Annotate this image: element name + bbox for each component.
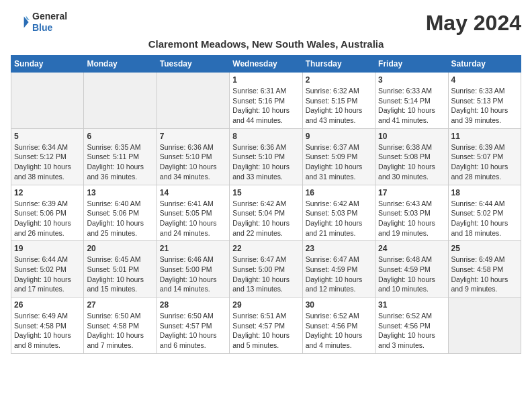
- calendar-cell: 1Sunrise: 6:31 AM Sunset: 5:16 PM Daylig…: [230, 73, 302, 129]
- logo-icon: [11, 13, 30, 32]
- calendar-table: SundayMondayTuesdayWednesdayThursdayFrid…: [11, 55, 521, 354]
- cell-day-info: Sunrise: 6:35 AM Sunset: 5:11 PM Dayligh…: [87, 142, 153, 182]
- calendar-cell: 10Sunrise: 6:38 AM Sunset: 5:08 PM Dayli…: [375, 128, 448, 185]
- calendar-cell: 3Sunrise: 6:33 AM Sunset: 5:14 PM Daylig…: [375, 73, 448, 129]
- cell-date-number: 5: [14, 132, 81, 141]
- cell-day-info: Sunrise: 6:32 AM Sunset: 5:15 PM Dayligh…: [306, 86, 372, 126]
- calendar-cell: 2Sunrise: 6:32 AM Sunset: 5:15 PM Daylig…: [302, 73, 375, 129]
- cell-day-info: Sunrise: 6:33 AM Sunset: 5:14 PM Dayligh…: [378, 86, 445, 126]
- cell-day-info: Sunrise: 6:40 AM Sunset: 5:06 PM Dayligh…: [87, 199, 153, 238]
- calendar-cell: 6Sunrise: 6:35 AM Sunset: 5:11 PM Daylig…: [84, 128, 157, 185]
- cell-day-info: Sunrise: 6:44 AM Sunset: 5:02 PM Dayligh…: [451, 199, 518, 238]
- cell-date-number: 9: [306, 132, 372, 141]
- weekday-header-friday: Friday: [375, 56, 448, 73]
- cell-day-info: Sunrise: 6:52 AM Sunset: 4:56 PM Dayligh…: [378, 311, 445, 351]
- calendar-cell: 22Sunrise: 6:47 AM Sunset: 5:00 PM Dayli…: [230, 241, 302, 298]
- cell-date-number: 31: [378, 300, 445, 310]
- cell-day-info: Sunrise: 6:39 AM Sunset: 5:07 PM Dayligh…: [451, 142, 518, 182]
- week-row-5: 26Sunrise: 6:49 AM Sunset: 4:58 PM Dayli…: [11, 298, 521, 354]
- cell-day-info: Sunrise: 6:50 AM Sunset: 4:58 PM Dayligh…: [87, 311, 153, 351]
- calendar-cell: 18Sunrise: 6:44 AM Sunset: 5:02 PM Dayli…: [448, 185, 521, 241]
- calendar-cell: [448, 298, 521, 354]
- header: General Blue May 2024: [11, 11, 521, 36]
- cell-date-number: 12: [14, 188, 81, 197]
- cell-day-info: Sunrise: 6:41 AM Sunset: 5:05 PM Dayligh…: [160, 199, 226, 238]
- week-row-3: 12Sunrise: 6:39 AM Sunset: 5:06 PM Dayli…: [11, 185, 521, 241]
- calendar-cell: [11, 73, 84, 129]
- cell-day-info: Sunrise: 6:33 AM Sunset: 5:13 PM Dayligh…: [451, 86, 518, 126]
- calendar-cell: 19Sunrise: 6:44 AM Sunset: 5:02 PM Dayli…: [11, 241, 84, 298]
- week-row-1: 1Sunrise: 6:31 AM Sunset: 5:16 PM Daylig…: [11, 73, 521, 129]
- cell-date-number: 2: [306, 75, 372, 85]
- calendar-cell: 11Sunrise: 6:39 AM Sunset: 5:07 PM Dayli…: [448, 128, 521, 185]
- cell-date-number: 29: [232, 300, 299, 310]
- cell-day-info: Sunrise: 6:51 AM Sunset: 4:57 PM Dayligh…: [232, 311, 299, 351]
- svg-marker-0: [24, 16, 29, 28]
- cell-date-number: 4: [451, 75, 518, 85]
- calendar-cell: 31Sunrise: 6:52 AM Sunset: 4:56 PM Dayli…: [375, 298, 448, 354]
- cell-day-info: Sunrise: 6:52 AM Sunset: 4:56 PM Dayligh…: [306, 311, 372, 351]
- calendar-cell: [84, 73, 157, 129]
- calendar-cell: 27Sunrise: 6:50 AM Sunset: 4:58 PM Dayli…: [84, 298, 157, 354]
- cell-date-number: 1: [232, 75, 299, 85]
- cell-day-info: Sunrise: 6:48 AM Sunset: 4:59 PM Dayligh…: [378, 255, 445, 294]
- cell-day-info: Sunrise: 6:36 AM Sunset: 5:10 PM Dayligh…: [160, 142, 226, 182]
- cell-day-info: Sunrise: 6:50 AM Sunset: 4:57 PM Dayligh…: [160, 311, 226, 351]
- calendar-cell: 24Sunrise: 6:48 AM Sunset: 4:59 PM Dayli…: [375, 241, 448, 298]
- calendar-cell: 5Sunrise: 6:34 AM Sunset: 5:12 PM Daylig…: [11, 128, 84, 185]
- week-row-2: 5Sunrise: 6:34 AM Sunset: 5:12 PM Daylig…: [11, 128, 521, 185]
- cell-date-number: 6: [87, 132, 153, 141]
- cell-date-number: 7: [160, 132, 226, 141]
- cell-day-info: Sunrise: 6:43 AM Sunset: 5:03 PM Dayligh…: [378, 199, 445, 238]
- cell-day-info: Sunrise: 6:36 AM Sunset: 5:10 PM Dayligh…: [232, 142, 299, 182]
- cell-day-info: Sunrise: 6:47 AM Sunset: 4:59 PM Dayligh…: [306, 255, 372, 294]
- calendar-cell: 25Sunrise: 6:49 AM Sunset: 4:58 PM Dayli…: [448, 241, 521, 298]
- calendar-cell: 30Sunrise: 6:52 AM Sunset: 4:56 PM Dayli…: [302, 298, 375, 354]
- weekday-header-tuesday: Tuesday: [157, 56, 229, 73]
- calendar-cell: 28Sunrise: 6:50 AM Sunset: 4:57 PM Dayli…: [157, 298, 229, 354]
- calendar-header-row: SundayMondayTuesdayWednesdayThursdayFrid…: [11, 56, 521, 73]
- cell-date-number: 20: [87, 244, 153, 253]
- cell-date-number: 28: [160, 300, 226, 310]
- cell-date-number: 18: [451, 188, 518, 197]
- cell-day-info: Sunrise: 6:44 AM Sunset: 5:02 PM Dayligh…: [14, 255, 81, 294]
- cell-day-info: Sunrise: 6:38 AM Sunset: 5:08 PM Dayligh…: [378, 142, 445, 182]
- subtitle: Claremont Meadows, New South Wales, Aust…: [11, 38, 521, 50]
- calendar-cell: 9Sunrise: 6:37 AM Sunset: 5:09 PM Daylig…: [302, 128, 375, 185]
- cell-date-number: 17: [378, 188, 445, 197]
- calendar-cell: 12Sunrise: 6:39 AM Sunset: 5:06 PM Dayli…: [11, 185, 84, 241]
- cell-date-number: 27: [87, 300, 153, 310]
- cell-date-number: 10: [378, 132, 445, 141]
- calendar-cell: 26Sunrise: 6:49 AM Sunset: 4:58 PM Dayli…: [11, 298, 84, 354]
- cell-date-number: 24: [378, 244, 445, 253]
- cell-day-info: Sunrise: 6:31 AM Sunset: 5:16 PM Dayligh…: [232, 86, 299, 126]
- week-row-4: 19Sunrise: 6:44 AM Sunset: 5:02 PM Dayli…: [11, 241, 521, 298]
- calendar-cell: 13Sunrise: 6:40 AM Sunset: 5:06 PM Dayli…: [84, 185, 157, 241]
- cell-day-info: Sunrise: 6:49 AM Sunset: 4:58 PM Dayligh…: [14, 311, 81, 351]
- cell-date-number: 15: [232, 188, 299, 197]
- cell-day-info: Sunrise: 6:46 AM Sunset: 5:00 PM Dayligh…: [160, 255, 226, 294]
- cell-date-number: 21: [160, 244, 226, 253]
- cell-day-info: Sunrise: 6:37 AM Sunset: 5:09 PM Dayligh…: [306, 142, 372, 182]
- cell-date-number: 3: [378, 75, 445, 85]
- cell-date-number: 19: [14, 244, 81, 253]
- cell-day-info: Sunrise: 6:49 AM Sunset: 4:58 PM Dayligh…: [451, 255, 518, 294]
- cell-date-number: 23: [306, 244, 372, 253]
- cell-day-info: Sunrise: 6:47 AM Sunset: 5:00 PM Dayligh…: [232, 255, 299, 294]
- logo: General Blue: [11, 11, 67, 34]
- cell-day-info: Sunrise: 6:42 AM Sunset: 5:04 PM Dayligh…: [232, 199, 299, 238]
- weekday-header-monday: Monday: [84, 56, 157, 73]
- weekday-header-thursday: Thursday: [302, 56, 375, 73]
- calendar-cell: 14Sunrise: 6:41 AM Sunset: 5:05 PM Dayli…: [157, 185, 229, 241]
- cell-date-number: 25: [451, 244, 518, 253]
- calendar-cell: 23Sunrise: 6:47 AM Sunset: 4:59 PM Dayli…: [302, 241, 375, 298]
- page-title: May 2024: [426, 11, 521, 36]
- calendar-cell: 20Sunrise: 6:45 AM Sunset: 5:01 PM Dayli…: [84, 241, 157, 298]
- calendar-cell: 4Sunrise: 6:33 AM Sunset: 5:13 PM Daylig…: [448, 73, 521, 129]
- cell-date-number: 8: [232, 132, 299, 141]
- cell-date-number: 16: [306, 188, 372, 197]
- calendar-cell: [157, 73, 229, 129]
- cell-day-info: Sunrise: 6:42 AM Sunset: 5:03 PM Dayligh…: [306, 199, 372, 238]
- calendar-cell: 15Sunrise: 6:42 AM Sunset: 5:04 PM Dayli…: [230, 185, 302, 241]
- cell-date-number: 13: [87, 188, 153, 197]
